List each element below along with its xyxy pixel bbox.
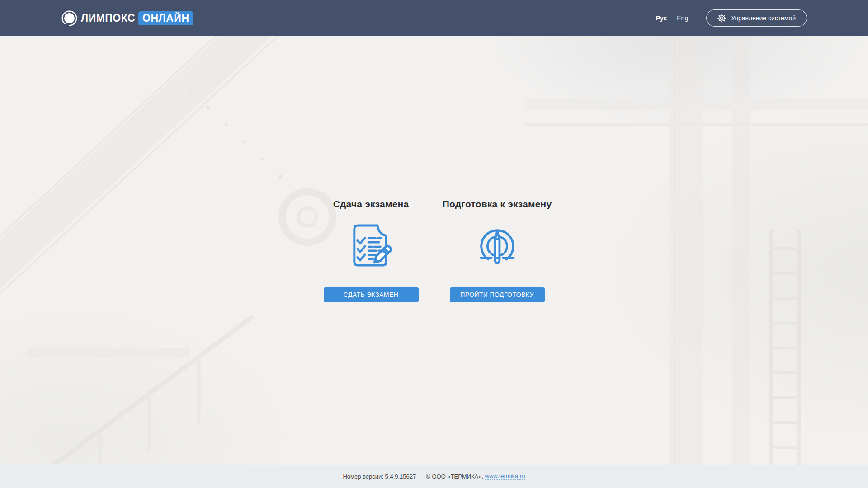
system-management-button[interactable]: Управление системой <box>706 9 807 27</box>
logo[interactable]: ЛИМПОКС ОНЛАЙН <box>61 10 193 27</box>
start-training-button[interactable]: ПРОЙТИ ПОДГОТОВКУ <box>450 287 545 302</box>
exam-panel: Сдача экзамена <box>308 199 434 302</box>
header-right: Рус Eng Управление системой <box>656 9 807 27</box>
copyright-text: © ООО «ТЕРМИКА», <box>426 473 485 480</box>
logo-text: ЛИМПОКС <box>81 13 135 23</box>
app-footer: Номер версии: 5.4.9.15627 © ООО «ТЕРМИКА… <box>0 465 868 488</box>
training-title: Подготовка к экзамену <box>443 199 552 210</box>
lang-rus[interactable]: Рус <box>656 14 667 22</box>
olimpoks-ring-icon <box>61 10 78 27</box>
main-area: Сдача экзамена <box>0 36 868 465</box>
exam-checklist-icon <box>350 223 392 267</box>
logo-badge: ОНЛАЙН <box>138 11 193 25</box>
choice-panels: Сдача экзамена <box>308 187 560 314</box>
version-text: Номер версии: 5.4.9.15627 <box>343 473 416 480</box>
app-header: ЛИМПОКС ОНЛАЙН Рус Eng Управление систем… <box>0 0 868 36</box>
lang-eng[interactable]: Eng <box>677 14 688 22</box>
termika-link[interactable]: www.termika.ru <box>485 473 525 480</box>
exam-title: Сдача экзамена <box>333 199 409 210</box>
gear-icon <box>717 14 726 23</box>
training-panel: Подготовка к экзамену ПРОЙТИ ПОДГОТОВКУ <box>434 199 560 302</box>
submit-exam-button[interactable]: СДАТЬ ЭКЗАМЕН <box>324 287 419 302</box>
training-pencil-gauge-icon <box>477 223 517 267</box>
language-switcher: Рус Eng <box>656 14 688 22</box>
system-management-label: Управление системой <box>731 14 796 22</box>
